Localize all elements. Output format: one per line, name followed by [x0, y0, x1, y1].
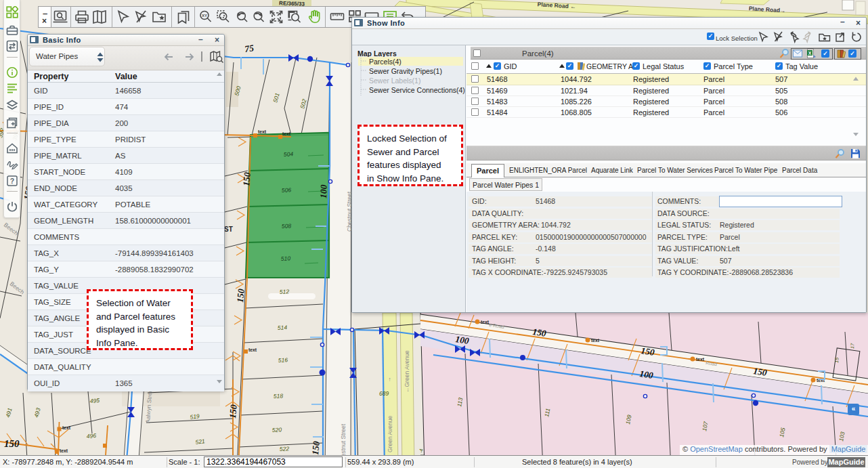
svg-text:495: 495	[89, 397, 100, 404]
svg-text:75: 75	[244, 43, 255, 54]
svg-text:text: text	[248, 347, 257, 352]
svg-text:150: 150	[235, 289, 246, 303]
svg-text:514: 514	[278, 324, 288, 331]
svg-text:text: text	[258, 129, 267, 134]
svg-text:150: 150	[641, 345, 655, 358]
svg-text:text: text	[591, 338, 600, 343]
svg-text:100: 100	[455, 334, 470, 346]
svg-text:150: 150	[227, 404, 239, 419]
svg-text:496: 496	[86, 432, 96, 440]
svg-text:text: text	[696, 357, 705, 362]
svg-text:518: 518	[274, 392, 284, 400]
svg-text:506: 506	[282, 186, 292, 194]
svg-text:ST: ST	[224, 226, 233, 233]
svg-text:150: 150	[532, 326, 547, 339]
svg-text:516: 516	[278, 356, 288, 364]
svg-text:-4: -4	[418, 448, 424, 453]
svg-text:150: 150	[753, 366, 768, 378]
svg-text:X: X	[808, 51, 812, 56]
svg-text:521: 521	[195, 438, 206, 446]
svg-text:508: 508	[282, 222, 292, 230]
svg-text:520: 520	[272, 426, 282, 433]
svg-text:XY: XY	[202, 14, 207, 18]
svg-text:?: ?	[10, 177, 14, 185]
svg-text:100: 100	[639, 368, 654, 381]
svg-text:504: 504	[284, 150, 294, 158]
svg-text:510: 510	[281, 255, 291, 262]
svg-text:text: text	[62, 425, 71, 430]
svg-text:←Green Avenue: ←Green Avenue	[404, 350, 410, 393]
svg-text:150: 150	[4, 438, 20, 449]
svg-text:Green Avenue: Green Avenue	[387, 416, 393, 452]
svg-text:689: 689	[379, 390, 389, 397]
svg-text:100: 100	[318, 184, 329, 198]
svg-text:150: 150	[241, 172, 253, 187]
svg-text:512: 512	[280, 288, 290, 295]
svg-text:15: 15	[834, 358, 840, 363]
svg-text:519: 519	[190, 412, 200, 421]
svg-text:522: 522	[280, 445, 290, 452]
svg-text:→: →	[385, 377, 392, 383]
svg-text:150: 150	[310, 441, 322, 456]
svg-text:text: text	[481, 320, 490, 324]
svg-text:text: text	[282, 131, 291, 136]
svg-text:text: text	[60, 448, 68, 453]
